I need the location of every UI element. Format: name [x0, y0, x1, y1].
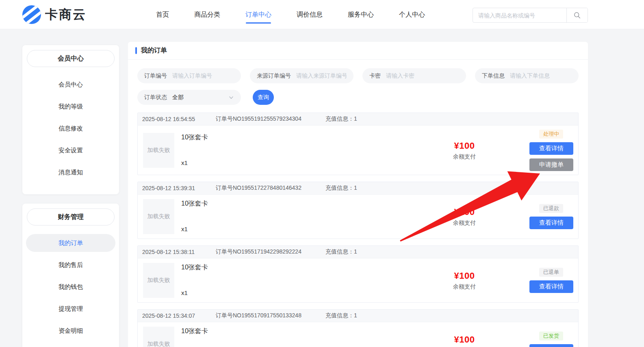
filter-placeholder: 请输入订单编号: [172, 72, 212, 80]
sidebar-section-title[interactable]: 会员中心: [27, 50, 115, 67]
product-info: 10张套卡x1: [181, 199, 208, 234]
filter-placeholder: 请输入卡密: [386, 72, 414, 80]
sidebar-item[interactable]: 我的钱包: [22, 276, 119, 298]
product-image-placeholder: 加载失败: [143, 199, 174, 234]
product-image-placeholder: 加载失败: [143, 263, 174, 298]
order-card: 2025-08-12 15:38:11订单号NO1955171942298292…: [137, 245, 579, 303]
main-panel: 我的订单 订单编号请输入订单编号来源订单编号请输入来源订单编号卡密请输入卡密下单…: [128, 42, 588, 347]
filter-label: 下单信息: [482, 72, 505, 80]
sidebar-item-list: 会员中心我的等级信息修改安全设置消息通知: [22, 74, 119, 183]
product-quantity: x1: [181, 289, 208, 296]
sidebar-section: 会员中心会员中心我的等级信息修改安全设置消息通知: [22, 45, 119, 194]
recharge-info: 充值信息：1: [325, 115, 357, 123]
filter-input[interactable]: 下单信息请输入下单信息: [475, 68, 579, 83]
pay-method: 余额支付: [440, 283, 489, 291]
sidebar-item[interactable]: 我的等级: [22, 95, 119, 117]
view-detail-button[interactable]: 查看详情: [529, 142, 573, 155]
order-card: 2025-08-12 16:54:55订单号NO1955191255579234…: [137, 113, 579, 175]
order-body: 加载失败10张套卡x1¥100余额支付已退单查看详情: [138, 258, 578, 302]
page: 卡商云 首页商品分类订单中心调价信息服务中心个人中心 会员中心会员中心我的等级信…: [0, 0, 644, 347]
search-button[interactable]: [566, 8, 588, 22]
sidebar-item[interactable]: 我的订单: [26, 234, 115, 252]
order-number: 订单号NO1955170917550133248: [216, 312, 325, 319]
panel-header: 我的订单: [128, 42, 588, 60]
page-title: 我的订单: [141, 46, 167, 55]
order-card: 2025-08-12 15:34:07订单号NO1955170917550133…: [137, 309, 579, 347]
order-actions: 已发货查看详情: [529, 332, 573, 347]
view-detail-button[interactable]: 查看详情: [529, 344, 573, 347]
price-block: ¥100余额支付: [440, 140, 489, 160]
order-body: 加载失败10张套卡x1¥100余额支付已发货查看详情: [138, 322, 578, 347]
order-price: ¥100: [440, 271, 489, 281]
order-header: 2025-08-12 15:39:31订单号NO1955172278480146…: [138, 182, 578, 195]
sidebar-item[interactable]: 提现管理: [22, 298, 119, 320]
product-name: 10张套卡: [181, 263, 208, 272]
product-quantity: x1: [181, 159, 208, 166]
filter-placeholder: 请输入来源订单编号: [296, 72, 347, 80]
filter-label: 订单编号: [144, 72, 167, 80]
nav-item[interactable]: 调价信息: [295, 0, 324, 29]
recharge-info: 充值信息：1: [325, 248, 357, 256]
filter-input[interactable]: 卡密请输入卡密: [362, 68, 466, 83]
search-input[interactable]: [473, 8, 566, 22]
brand-logo[interactable]: 卡商云: [22, 5, 87, 24]
product-name: 10张套卡: [181, 327, 208, 336]
filter-input[interactable]: 订单编号请输入订单编号: [137, 68, 241, 83]
product-info: 10张套卡x1: [181, 133, 208, 168]
query-button[interactable]: 查询: [253, 90, 274, 105]
nav-item[interactable]: 首页: [154, 0, 171, 29]
brand-logo-icon: [22, 5, 41, 24]
chevron-down-icon: [228, 95, 234, 100]
selected-value: 全部: [172, 94, 184, 101]
filter-label: 订单状态: [144, 94, 167, 101]
nav-item[interactable]: 商品分类: [193, 0, 222, 29]
sidebar-item[interactable]: 信息修改: [22, 117, 119, 139]
nav-menu: 首页商品分类订单中心调价信息服务中心个人中心: [154, 0, 427, 29]
nav-item[interactable]: 服务中心: [346, 0, 375, 29]
recharge-info: 充值信息：1: [325, 184, 357, 192]
title-accent-bar: [135, 47, 137, 54]
product-quantity: x1: [181, 226, 208, 232]
sidebar-item[interactable]: 会员中心: [22, 74, 119, 95]
order-price: ¥100: [440, 334, 489, 345]
order-body: 加载失败10张套卡x1¥100余额支付已退款查看详情: [138, 195, 578, 239]
sidebar-item[interactable]: 我的售后: [22, 254, 119, 276]
order-header: 2025-08-12 16:54:55订单号NO1955191255579234…: [138, 113, 578, 126]
product-info: 10张套卡x1: [181, 263, 208, 298]
order-header: 2025-08-12 15:34:07订单号NO1955170917550133…: [138, 310, 578, 322]
order-list: 2025-08-12 16:54:55订单号NO1955191255579234…: [137, 113, 579, 347]
view-detail-button[interactable]: 查看详情: [529, 280, 573, 293]
cancel-order-button[interactable]: 申请撤单: [529, 158, 573, 171]
sidebar-section: 财务管理我的订单我的售后我的钱包提现管理资金明细: [22, 204, 119, 347]
nav-item[interactable]: 个人中心: [397, 0, 427, 29]
status-badge: 处理中: [539, 130, 563, 139]
order-price: ¥100: [440, 140, 489, 151]
sidebar-section-title[interactable]: 财务管理: [27, 208, 115, 226]
order-status-select[interactable]: 订单状态全部: [137, 90, 241, 105]
order-price: ¥100: [440, 207, 489, 217]
filter-label: 来源订单编号: [257, 72, 291, 80]
filter-label: 卡密: [369, 72, 381, 80]
price-block: ¥100余额支付: [440, 271, 489, 291]
sidebar-item[interactable]: 消息通知: [22, 161, 119, 183]
product-info: 10张套卡x1: [181, 327, 208, 347]
order-body: 加载失败10张套卡x1¥100余额支付处理中查看详情申请撤单: [138, 126, 578, 175]
product-search: [473, 8, 588, 23]
nav-item[interactable]: 订单中心: [244, 0, 273, 29]
sidebar-item[interactable]: 资金明细: [22, 320, 119, 342]
price-block: ¥100余额支付: [440, 207, 489, 227]
order-actions: 处理中查看详情申请撤单: [529, 130, 573, 171]
filter-input[interactable]: 来源订单编号请输入来源订单编号: [250, 68, 353, 83]
product-name: 10张套卡: [181, 133, 208, 142]
sidebar-item[interactable]: 安全设置: [22, 139, 119, 161]
top-nav: 卡商云 首页商品分类订单中心调价信息服务中心个人中心: [0, 0, 644, 29]
order-card: 2025-08-12 15:39:31订单号NO1955172278480146…: [137, 182, 579, 239]
order-number: 订单号NO1955171942298292224: [216, 248, 325, 256]
order-actions: 已退款查看详情: [529, 204, 573, 229]
product-image-placeholder: 加载失败: [143, 327, 174, 347]
product-name: 10张套卡: [181, 200, 208, 208]
search-icon: [574, 12, 581, 19]
brand-name: 卡商云: [45, 6, 87, 23]
view-detail-button[interactable]: 查看详情: [529, 217, 573, 229]
order-time: 2025-08-12 15:38:11: [142, 249, 216, 255]
